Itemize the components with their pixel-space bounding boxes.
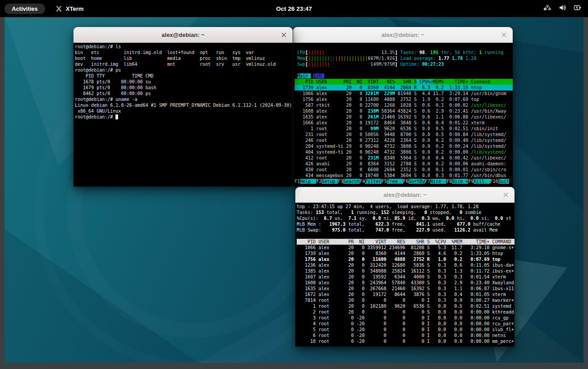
- terminal-line: root@debian:/# ps: [75, 67, 293, 73]
- terminal-line: [297, 233, 514, 239]
- htop-process-row[interactable]: 404 systemd-ti 20 0 90248 4732 3808 S 0.…: [294, 149, 513, 155]
- top-summary-line: %Cpu(s): 6.7 us, 7.1 sy, 0.0 ni, 85.9 id…: [297, 215, 514, 221]
- htop-process-row[interactable]: 1635 alex 20 0 261M 21460 16392 S 0.6 1.…: [294, 114, 513, 120]
- top-summary-line: Tasks: 153 total, 1 running, 152 sleepin…: [297, 210, 514, 215]
- top-process-row: 6 root 0 -20 0 0 0 I 0.0 0.0 0:00.00 net…: [297, 333, 514, 338]
- close-icon[interactable]: [500, 31, 508, 39]
- htop-process-row[interactable]: 426 avahi 20 0 8364 3152 2788 S 0.0 0.2 …: [294, 161, 513, 167]
- terminal-line: 1679 pts/0 00:00:00 bash: [75, 85, 293, 91]
- shell-terminal-titlebar[interactable]: alex@debian: ~: [74, 27, 293, 43]
- htop-function-bar[interactable]: F1Help F2Setup F3SearchF4FilterF5Tree F6…: [294, 178, 513, 184]
- terminal-line: bin etc initrd.img.old lost+found opt ru…: [75, 50, 293, 55]
- htop-process-row[interactable]: 412 root 20 0 231M 8340 5964 S 0.0 0.4 0…: [294, 155, 513, 161]
- htop-process-row[interactable]: 434 messagebus 20 0 10740 5384 3604 S 0.…: [294, 173, 513, 178]
- terminal-line: boot home lib media proc sbin tmp vmlinu…: [75, 55, 293, 61]
- volume-icon: [559, 4, 566, 13]
- terminal-line: root@debian:/# ls: [75, 44, 293, 50]
- top-summary-line: top - 23:47:15 up 27 min, 4 users, load …: [297, 204, 514, 210]
- htop-process-row[interactable]: 1066 alex 20 0 3281M 229M 81940 S 4.4 11…: [294, 91, 513, 96]
- htop-process-row[interactable]: 587 rtkit 20 0 22700 1268 1028 S 0.6 0.1…: [294, 102, 513, 108]
- top-process-row: 1635 alex 20 0 267668 21460 16392 S 0.3 …: [297, 286, 514, 292]
- window-title: alex@debian: ~: [383, 191, 426, 198]
- clock[interactable]: Oct 26 23:47: [0, 5, 588, 12]
- mem-meter: Mem[||||||||||||||||||||||667M/1.92G] Lo…: [294, 55, 513, 61]
- top-process-row: 1236 alex 20 0 312420 12680 5836 S 0.3 0…: [297, 262, 514, 268]
- top-process-row: 1756 alex 20 0 11600 4888 2752 R 1.0 0.2…: [297, 256, 514, 262]
- htop-process-row[interactable]: 1666 alex 20 0 19172 8464 3848 S 0.6 0.4…: [294, 120, 513, 126]
- terminal-line: dev initrd.img lib64 mnt root srv usr vm…: [75, 61, 293, 67]
- htop-header-row[interactable]: PID USER PRI NI VIRT RES SHR S CPU%▽MEM%…: [294, 79, 513, 85]
- top-process-row: 1608 alex 20 0 243964 57840 43300 S 0.3 …: [297, 280, 514, 286]
- htop-process-row[interactable]: 1 root 20 0 99M 9620 6536 S 0.0 0.5 0:02…: [294, 126, 513, 132]
- swap-meter: Swp[|||||||| 149M/975M] Uptime: 00:27:23: [294, 61, 513, 67]
- top-summary-line: MiB Swap: 975.0 total, 747.0 free, 227.9…: [297, 227, 514, 233]
- top-window: alex@debian: ~ top - 23:47:15 up 27 min,…: [295, 187, 514, 346]
- top-screen[interactable]: top - 23:47:15 up 27 min, 4 users, load …: [295, 203, 514, 346]
- screen: Activities XTerm Oct 26 23:47 ?: [0, 0, 588, 369]
- top-process-row: 10 root 0 -20 0 0 0 I 0.0 0.0 0:00.00 mm…: [297, 338, 514, 344]
- top-bar: Activities XTerm Oct 26 23:47 ?: [0, 0, 588, 17]
- system-status-area[interactable]: ?: [543, 0, 582, 17]
- svg-text:?: ?: [546, 4, 549, 9]
- top-process-row: 7814 root 20 0 0 0 0 I 0.3 0.0 0:00.27 k…: [297, 297, 514, 303]
- terminal-line: PID TTY TIME CMD: [75, 73, 293, 79]
- app-name-label: XTerm: [66, 5, 84, 12]
- close-icon[interactable]: [280, 31, 288, 39]
- window-title: alex@debian: ~: [381, 32, 424, 38]
- xterm-app-menu[interactable]: XTerm: [55, 5, 84, 12]
- terminal-line: 1678 pts/0 00:00:00 su: [75, 79, 293, 85]
- htop-window-titlebar[interactable]: alex@debian: ~: [293, 27, 513, 43]
- top-process-row: 1 root 20 0 102180 9620 6536 S 0.0 0.5 0…: [297, 303, 514, 309]
- htop-process-row[interactable]: 284 systemd-ti 20 0 90248 4732 3808 S 0.…: [294, 143, 513, 149]
- activities-button[interactable]: Activities: [5, 4, 45, 14]
- terminal-line: x86_64 GNU/Linux: [75, 108, 293, 114]
- top-process-row: 1066 alex 20 0 3359912 234696 81208 S 5.…: [297, 245, 514, 251]
- top-process-row: 1672 alex 20 0 19172 8644 3876 S 0.3 0.4…: [297, 292, 514, 297]
- top-process-row: 2 root 20 0 0 0 0 S 0.0 0.0 0:00.00 kthr…: [297, 309, 514, 315]
- top-process-row: 1607 alex 20 0 19592 6344 4000 S 0.3 0.3…: [297, 274, 514, 280]
- top-process-row: 5 root 0 -20 0 0 0 I 0.0 0.0 0:00.00 slu…: [297, 327, 514, 333]
- battery-charging-icon: [574, 4, 582, 13]
- network-unknown-icon: ?: [543, 4, 551, 13]
- top-process-row: 3 root 0 -20 0 0 0 I 0.0 0.0 0:00.00 rcu…: [297, 315, 514, 321]
- terminal-line: root@debian:/#: [75, 114, 293, 120]
- htop-process-row[interactable]: 1739 alex 20 0 8360 4144 2860 R 6.3 0.2 …: [294, 85, 513, 91]
- top-process-row: 4 root 0 -20 0 0 0 I 0.0 0.0 0:00.00 rcu…: [297, 321, 514, 327]
- terminal-screen[interactable]: root@debian:/# lsbin etc initrd.img.old …: [74, 43, 293, 187]
- terminal-line: 8462 pts/0 00:00:00 ps: [75, 91, 293, 96]
- htop-tab-bar[interactable]: Main I/O: [294, 73, 513, 79]
- terminal-line: [294, 44, 513, 50]
- shell-terminal-window: alex@debian: ~ root@debian:/# lsbin etc …: [74, 27, 293, 187]
- htop-process-row[interactable]: 231 root 20 0 50056 9448 8700 S 0.0 0.5 …: [294, 132, 513, 137]
- terminal-line: root@debian:/# uname -a: [75, 96, 293, 102]
- htop-process-row[interactable]: 1608 alex 20 0 238M 58364 43824 S 0.6 2.…: [294, 108, 513, 114]
- htop-screen[interactable]: CPU[|||||| 13.3%] Tasks: 98, 195 thr, 56…: [293, 43, 513, 187]
- close-icon[interactable]: [501, 191, 510, 199]
- top-header-row[interactable]: PID USER PR NI VIRT RES SHR S %CPU %MEM …: [297, 239, 514, 245]
- xterm-icon: [55, 5, 63, 12]
- htop-process-row[interactable]: 1756 alex 20 0 11600 4888 2752 S 1.9 0.2…: [294, 96, 513, 102]
- htop-process-row[interactable]: 430 root 20 0 6608 2604 2352 S 0.0 0.1 0…: [294, 167, 513, 173]
- cpu-meter: CPU[|||||| 13.3%] Tasks: 98, 195 thr, 56…: [294, 50, 513, 55]
- top-process-row: 1385 alex 20 0 348088 25824 16112 S 0.3 …: [297, 268, 514, 274]
- terminal-cursor: [115, 114, 118, 119]
- top-window-titlebar[interactable]: alex@debian: ~: [295, 187, 514, 203]
- top-summary-line: MiB Mem : 1967.3 total, 622.3 free, 841.…: [297, 221, 514, 227]
- htop-window: alex@debian: ~ CPU[|||||| 13.3%] Tasks: …: [293, 27, 513, 187]
- terminal-line: Linux debian 6.1.0-26-amd64 #1 SMP PREEM…: [75, 102, 293, 108]
- htop-process-row[interactable]: 246 root 20 0 27312 4228 2364 S 0.0 0.2 …: [294, 137, 513, 143]
- top-process-row: 1739 alex 20 0 8360 4144 2860 S 4.6 0.2 …: [297, 251, 514, 256]
- terminal-line: [294, 67, 513, 73]
- window-title: alex@debian: ~: [161, 32, 204, 38]
